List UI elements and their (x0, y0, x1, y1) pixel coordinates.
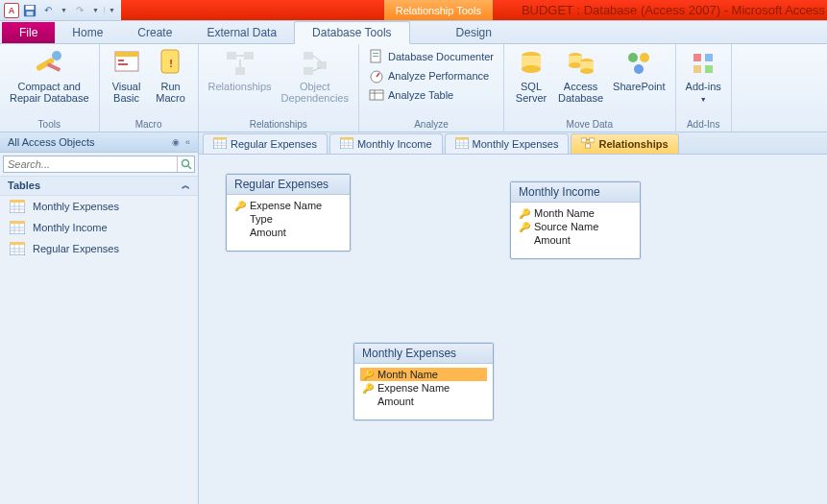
table-icon (455, 137, 469, 151)
table-field[interactable]: 🔑Source Name (517, 220, 634, 233)
svg-point-41 (634, 64, 644, 74)
analyze-table-button[interactable]: Analyze Table (365, 86, 498, 104)
table-title[interactable]: Monthly Expenses (354, 344, 493, 364)
qat-customize-icon[interactable]: ▼ (104, 7, 117, 13)
svg-line-20 (313, 56, 321, 61)
run-macro-label: Run Macro (156, 81, 185, 104)
nav-group-tables[interactable]: Tables ︽ (0, 176, 198, 196)
undo-icon[interactable]: ↶ (40, 3, 56, 18)
svg-rect-42 (693, 54, 701, 61)
table-title[interactable]: Monthly Income (511, 182, 640, 203)
svg-rect-85 (590, 138, 595, 142)
doc-tab[interactable]: Relationships (571, 133, 678, 154)
ribbon-group-macro: Visual Basic ! Run Macro Macro (100, 44, 199, 132)
svg-rect-67 (213, 137, 227, 140)
sharepoint-icon (623, 48, 654, 79)
svg-rect-73 (340, 137, 353, 140)
svg-rect-24 (373, 56, 378, 57)
table-field[interactable]: 🔑Expense Name (232, 199, 344, 212)
doc-tab[interactable]: Monthly Income (329, 133, 443, 154)
app-icon[interactable]: A (4, 3, 19, 18)
redo-icon[interactable]: ↷ (72, 3, 87, 18)
table-field[interactable]: 🔑Month Name (517, 206, 634, 220)
field-name: Expense Name (250, 200, 322, 211)
addins-button[interactable]: Add-ins▼ (682, 46, 725, 108)
titlebar-strip: Relationship Tools BUDGET : Database (Ac… (121, 0, 827, 20)
svg-line-47 (188, 166, 191, 169)
visual-basic-button[interactable]: Visual Basic (106, 46, 148, 106)
nav-collapse-icon[interactable]: « (185, 137, 190, 147)
table-field[interactable]: Amount (232, 226, 344, 239)
table-field[interactable]: Type (232, 212, 344, 226)
group-label-analyze: Analyze (365, 117, 498, 132)
nav-item-table[interactable]: Monthly Income (0, 217, 198, 238)
tab-database-tools[interactable]: Database Tools (294, 21, 410, 44)
navigation-pane: All Access Objects ◉ « Tables ︽ Monthly … (0, 132, 199, 504)
key-icon: 🔑 (519, 222, 530, 232)
doc-tab[interactable]: Regular Expenses (203, 133, 328, 154)
svg-rect-7 (115, 52, 138, 57)
svg-rect-79 (455, 137, 469, 140)
database-documenter-button[interactable]: Database Documenter (365, 48, 498, 65)
svg-point-4 (52, 51, 61, 60)
quick-access-toolbar: A ↶ ▼ ↷ ▼ ▼ (0, 0, 121, 20)
nav-item-table[interactable]: Monthly Expenses (0, 196, 198, 217)
search-icon[interactable] (177, 156, 194, 172)
nav-item-label: Regular Expenses (33, 243, 119, 254)
compact-repair-icon (34, 48, 64, 79)
tab-home[interactable]: Home (55, 22, 120, 43)
svg-point-35 (569, 62, 582, 68)
table-field[interactable]: 🔑Month Name (360, 368, 487, 381)
doc-tab-label: Relationships (598, 138, 668, 150)
field-name: Month Name (377, 369, 438, 380)
svg-point-32 (522, 65, 541, 73)
nav-item-table[interactable]: Regular Expenses (0, 238, 198, 259)
run-macro-button[interactable]: ! Run Macro (150, 46, 192, 106)
tab-file[interactable]: File (2, 22, 55, 43)
table-field[interactable]: Amount (360, 395, 487, 408)
ribbon-group-tools: Compact and Repair Database Tools (0, 44, 100, 132)
field-name: Amount (377, 396, 414, 407)
relationships-label: Relationships (208, 81, 272, 92)
nav-dropdown-icon[interactable]: ◉ (172, 137, 180, 147)
table-window-monthly-income[interactable]: Monthly Income 🔑Month Name🔑Source NameAm… (510, 181, 641, 259)
doc-tab[interactable]: Monthly Expenses (445, 133, 570, 154)
field-name: Source Name (534, 221, 598, 232)
access-database-button[interactable]: Access Database (554, 46, 607, 106)
table-title[interactable]: Regular Expenses (227, 175, 350, 195)
sql-server-button[interactable]: SQL Server (510, 46, 552, 106)
window-title: BUDGET : Database (Access 2007) - Micros… (493, 3, 827, 17)
redo-dropdown-icon[interactable]: ▼ (90, 7, 101, 13)
tab-create[interactable]: Create (120, 22, 189, 43)
svg-rect-5 (47, 62, 61, 72)
svg-rect-43 (705, 54, 713, 61)
table-window-regular-expenses[interactable]: Regular Expenses 🔑Expense NameTypeAmount (226, 174, 351, 252)
save-icon[interactable] (22, 3, 37, 18)
document-tabs: Regular ExpensesMonthly IncomeMonthly Ex… (199, 132, 827, 154)
performance-label: Analyze Performance (388, 70, 489, 82)
table-field[interactable]: Amount (517, 233, 634, 247)
svg-point-46 (182, 160, 188, 167)
doc-tab-label: Monthly Expenses (473, 138, 559, 150)
tab-design[interactable]: Design (439, 22, 509, 43)
field-name: Expense Name (377, 382, 450, 394)
collapse-group-icon[interactable]: ︽ (182, 180, 190, 192)
group-label-macro: Macro (106, 117, 192, 132)
analyze-performance-button[interactable]: Analyze Performance (365, 67, 498, 84)
relationships-canvas[interactable]: Regular Expenses 🔑Expense NameTypeAmount… (199, 154, 827, 504)
table-field[interactable]: 🔑Expense Name (360, 381, 487, 395)
group-label-movedata: Move Data (510, 117, 669, 132)
nav-pane-header[interactable]: All Access Objects ◉ « (0, 132, 198, 153)
compact-repair-button[interactable]: Compact and Repair Database (6, 46, 93, 106)
object-dependencies-button: Object Dependencies (278, 46, 353, 106)
svg-rect-17 (304, 52, 313, 60)
undo-dropdown-icon[interactable]: ▼ (59, 7, 69, 13)
tab-external-data[interactable]: External Data (189, 22, 294, 43)
table-window-monthly-expenses[interactable]: Monthly Expenses 🔑Month Name🔑Expense Nam… (353, 343, 494, 420)
sharepoint-button[interactable]: SharePoint (609, 46, 669, 94)
table-icon (213, 137, 227, 151)
search-input[interactable] (4, 156, 177, 172)
compact-repair-label: Compact and Repair Database (10, 81, 89, 104)
ribbon-group-addins: Add-ins▼ Add-Ins (676, 44, 732, 132)
ribbon-tabs: File Home Create External Data Database … (0, 21, 827, 44)
